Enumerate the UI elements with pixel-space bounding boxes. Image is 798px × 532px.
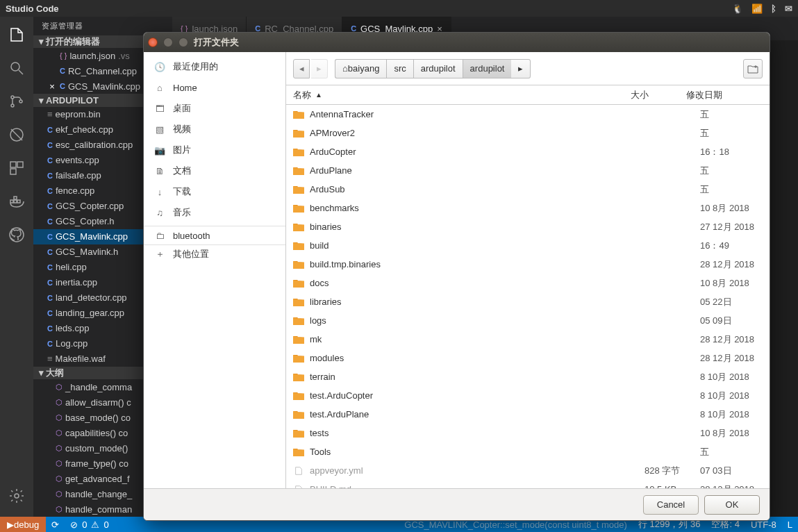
close-icon[interactable]: [148, 38, 158, 47]
status-problems[interactable]: ⊘ 0 ⚠ 0: [65, 519, 114, 530]
svg-rect-7: [10, 169, 16, 174]
folder-icon: [293, 297, 304, 307]
svg-point-2: [11, 104, 14, 107]
svg-rect-10: [17, 200, 20, 203]
file-row[interactable]: appveyor.yml828 字节07 03日: [286, 461, 770, 480]
folder-icon: [293, 128, 304, 138]
wifi-icon: 📶: [751, 3, 763, 14]
desktop-icon: 🗔: [153, 102, 166, 115]
place-item[interactable]: 🕓最近使用的: [144, 56, 285, 77]
status-debug[interactable]: ▶ debug: [0, 517, 46, 532]
file-row[interactable]: binaries27 12月 2018: [286, 217, 770, 236]
file-row[interactable]: APMrover2五: [286, 124, 770, 142]
docker-icon[interactable]: [7, 192, 26, 211]
file-row[interactable]: test.ArduCopter8 10月 2018: [286, 386, 770, 405]
new-folder-button[interactable]: [743, 59, 763, 78]
folder-icon: [293, 279, 304, 288]
file-row[interactable]: libraries05 22日: [286, 292, 770, 311]
source-control-icon[interactable]: [7, 92, 26, 111]
other-icon: ＋: [153, 248, 166, 260]
file-row[interactable]: ArduCopter16：18: [286, 142, 770, 161]
github-icon[interactable]: [7, 225, 26, 244]
documents-icon: 🗎: [153, 165, 166, 177]
nav-forward-button[interactable]: ▸: [311, 59, 328, 78]
gear-icon[interactable]: [7, 486, 26, 506]
extensions-icon[interactable]: [7, 158, 26, 178]
file-row[interactable]: mk28 12月 2018: [286, 330, 770, 349]
place-item[interactable]: ♫音乐: [144, 202, 285, 223]
folder-icon: [293, 316, 304, 326]
svg-rect-5: [10, 162, 16, 167]
place-item[interactable]: 📷图片: [144, 140, 285, 160]
place-item[interactable]: 🗀bluetooth: [144, 226, 285, 242]
music-icon: ♫: [153, 206, 166, 219]
breadcrumb-item[interactable]: ⌂baiyang: [335, 59, 386, 78]
files-icon[interactable]: [7, 25, 26, 44]
file-row[interactable]: ArduPlane五: [286, 161, 770, 180]
status-sync[interactable]: ⟳: [46, 519, 65, 530]
search-icon[interactable]: [7, 58, 26, 78]
breadcrumb-dropdown[interactable]: ▸: [511, 59, 531, 78]
file-row[interactable]: test.ArduPlane8 10月 2018: [286, 405, 770, 424]
place-item[interactable]: ↓下载: [144, 181, 285, 202]
system-top-bar: Studio Code 🐧 📶 ᛒ ✉: [0, 0, 798, 17]
place-item[interactable]: ＋其他位置: [144, 244, 285, 260]
ok-button[interactable]: OK: [704, 495, 760, 515]
file-row[interactable]: docs10 8月 2018: [286, 274, 770, 292]
activity-bar: [0, 17, 33, 517]
file-row[interactable]: build16：49: [286, 236, 770, 255]
place-item[interactable]: ⌂Home: [144, 77, 285, 98]
file-row[interactable]: modules28 12月 2018: [286, 349, 770, 367]
dialog-title-bar[interactable]: 打开文件夹: [144, 33, 770, 52]
places-sidebar: 🕓最近使用的⌂Home🗔桌面▧视频📷图片🗎文档↓下载♫音乐🗀bluetooth＋…: [144, 52, 286, 488]
breadcrumb-item[interactable]: ardupilot: [413, 59, 463, 78]
place-item[interactable]: 🗔桌面: [144, 98, 285, 119]
mail-icon: ✉: [785, 3, 792, 14]
file-browser: ◂ ▸ ⌂baiyangsrcardupilotardupilot▸ 名称▲ 大…: [286, 52, 770, 488]
folder-icon: [293, 410, 304, 419]
svg-point-13: [15, 494, 19, 498]
system-tray: 🐧 📶 ᛒ ✉: [732, 3, 792, 14]
folder-icon: [293, 222, 304, 232]
nav-back-button[interactable]: ◂: [293, 59, 310, 78]
file-row[interactable]: BUILD.md10.5 KB28 12月 2018: [286, 480, 770, 488]
open-folder-dialog: 打开文件夹 🕓最近使用的⌂Home🗔桌面▧视频📷图片🗎文档↓下载♫音乐🗀blue…: [143, 32, 770, 521]
file-row[interactable]: benchmarks10 8月 2018: [286, 199, 770, 217]
file-list[interactable]: AntennaTracker五APMrover2五ArduCopter16：18…: [286, 105, 770, 488]
pictures-icon: 📷: [153, 144, 166, 156]
svg-rect-8: [10, 200, 13, 203]
folder-icon: [293, 447, 304, 457]
folder-icon: [293, 260, 304, 269]
breadcrumb-item[interactable]: ardupilot: [463, 59, 512, 78]
breadcrumb-item[interactable]: src: [386, 59, 413, 78]
file-row[interactable]: tests10 8月 2018: [286, 424, 770, 442]
dialog-title: 打开文件夹: [194, 36, 239, 49]
folder-icon: [293, 372, 304, 382]
file-icon: [293, 466, 304, 476]
folder-icon: [293, 391, 304, 401]
folder-icon: [293, 429, 304, 438]
file-row[interactable]: terrain8 10月 2018: [286, 367, 770, 386]
folder-icon: [293, 354, 304, 363]
cancel-button[interactable]: Cancel: [643, 495, 699, 515]
file-row[interactable]: AntennaTracker五: [286, 105, 770, 124]
folder-icon: [293, 110, 304, 119]
place-item[interactable]: ▧视频: [144, 119, 285, 140]
folder-icon: 🗀: [153, 229, 166, 242]
debug-icon[interactable]: [7, 125, 26, 144]
status-eol[interactable]: L: [782, 519, 798, 530]
svg-rect-6: [17, 162, 23, 167]
minimize-icon[interactable]: [163, 38, 173, 47]
file-row[interactable]: ArduSub五: [286, 180, 770, 199]
home-icon: ⌂: [153, 81, 166, 94]
place-item[interactable]: 🗎文档: [144, 160, 285, 181]
svg-rect-11: [14, 197, 17, 199]
folder-icon: [293, 241, 304, 251]
folder-icon: [293, 203, 304, 213]
file-row[interactable]: build.tmp.binaries28 12月 2018: [286, 255, 770, 274]
file-row[interactable]: logs05 09日: [286, 311, 770, 330]
svg-point-1: [11, 96, 14, 99]
maximize-icon[interactable]: [178, 38, 188, 47]
file-row[interactable]: Tools五: [286, 442, 770, 461]
column-headers[interactable]: 名称▲ 大小 修改日期: [286, 85, 770, 105]
